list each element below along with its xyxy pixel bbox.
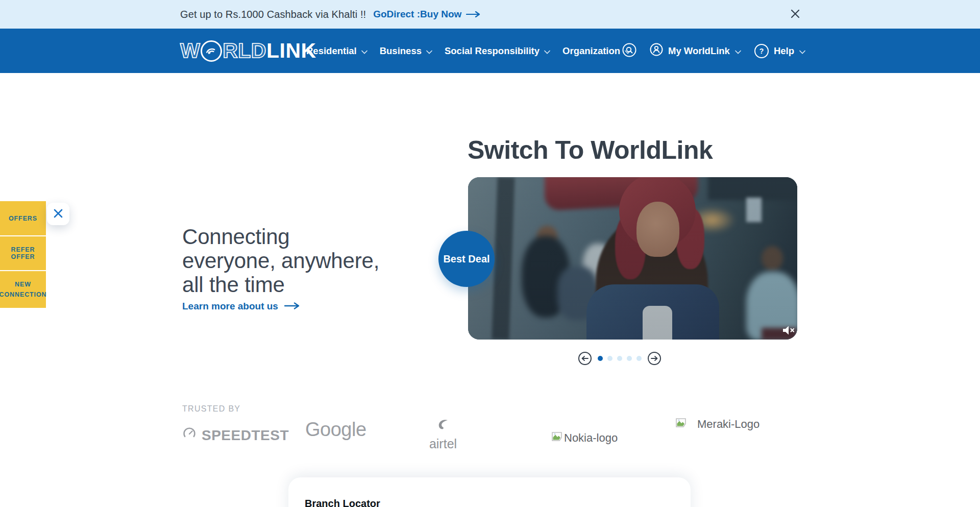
arrow-left-icon	[581, 355, 589, 363]
nav-label: Residential	[306, 45, 357, 57]
carousel-next-button[interactable]	[648, 352, 661, 365]
nokia-alt-text: Nokia-logo	[564, 431, 618, 445]
branch-locator-title: Branch Locator	[305, 498, 380, 507]
tagline-line: everyone, anywhere,	[182, 249, 379, 273]
carousel-prev-button[interactable]	[578, 352, 592, 365]
arrow-right-icon	[284, 301, 300, 312]
best-deal-badge[interactable]: Best Deal	[438, 231, 495, 287]
carousel-dot[interactable]	[598, 356, 603, 361]
airtel-wordmark: airtel	[429, 437, 457, 451]
nav-item-social-responsibility[interactable]: Social Responsibility	[445, 45, 550, 57]
branch-locator-card: Branch Locator	[288, 477, 691, 507]
tagline-line: Connecting	[182, 225, 379, 249]
wifi-icon	[201, 40, 222, 62]
close-icon	[791, 9, 800, 20]
tab-offers[interactable]: OFFERS	[0, 201, 46, 235]
learn-more-label: Learn more about us	[182, 301, 278, 312]
broken-image-icon	[551, 430, 563, 446]
promo-message: Get up to Rs.1000 Cashback via Khalti !!	[180, 9, 366, 20]
my-worldlink-label: My WorldLink	[668, 45, 730, 57]
speedtest-gauge-icon	[182, 426, 197, 444]
tab-new-connection[interactable]: NEW CONNECTION	[0, 271, 46, 308]
logo-text-rld: RLD	[223, 40, 266, 61]
logo-text-w: W	[180, 40, 200, 61]
search-button[interactable]	[622, 43, 636, 59]
banner-close-button[interactable]	[788, 7, 802, 21]
google-logo: Google	[305, 419, 366, 441]
meraki-alt-text: Meraki-Logo	[697, 418, 760, 431]
chevron-down-icon	[544, 45, 550, 57]
main-navbar: W RLD LINK Residential Business Social R…	[0, 29, 980, 73]
carousel-dots	[598, 356, 642, 361]
nav-label: Organization	[562, 45, 620, 57]
airtel-logo: airtel	[428, 418, 458, 451]
nav-item-organization[interactable]: Organization	[562, 45, 631, 57]
help-menu[interactable]: ? Help	[754, 44, 805, 58]
chevron-down-icon	[735, 45, 741, 57]
help-label: Help	[774, 45, 794, 57]
hero-heading: Switch To WorldLink	[468, 135, 713, 165]
promo-banner: Get up to Rs.1000 Cashback via Khalti !!…	[0, 0, 980, 29]
nav-label: Business	[380, 45, 422, 57]
nav-label: Social Responsibility	[445, 45, 540, 57]
navbar-utilities: My WorldLink ? Help	[622, 29, 805, 73]
speedtest-wordmark: SPEEDTEST	[202, 427, 289, 444]
chevron-down-icon	[799, 45, 805, 57]
worldlink-homepage: Get up to Rs.1000 Cashback via Khalti !!…	[0, 0, 980, 507]
worldlink-logo[interactable]: W RLD LINK	[180, 29, 316, 73]
hero-carousel-controls	[578, 352, 661, 365]
search-icon	[622, 43, 636, 59]
meraki-logo-broken-image: Meraki-Logo	[675, 417, 760, 432]
close-icon	[53, 208, 63, 220]
carousel-dot[interactable]	[607, 356, 612, 361]
airtel-swoosh-icon	[435, 418, 451, 436]
carousel-dot[interactable]	[617, 356, 622, 361]
side-offer-tabs: OFFERS REFER OFFER NEW CONNECTION	[0, 201, 46, 308]
primary-nav: Residential Business Social Responsibili…	[306, 29, 631, 73]
learn-more-link[interactable]: Learn more about us	[182, 301, 300, 312]
broken-image-icon	[675, 417, 687, 432]
nokia-logo-broken-image: Nokia-logo	[551, 430, 618, 446]
arrow-right-icon	[651, 355, 658, 363]
user-icon	[650, 43, 663, 59]
arrow-right-icon	[466, 9, 480, 20]
trusted-by-label: TRUSTED BY	[182, 404, 240, 414]
my-worldlink-menu[interactable]: My WorldLink	[650, 43, 741, 59]
carousel-dot[interactable]	[627, 356, 632, 361]
promo-cta-label: GoDirect :Buy Now	[373, 9, 461, 20]
nav-item-residential[interactable]: Residential	[306, 45, 368, 57]
carousel-dot[interactable]	[636, 356, 642, 361]
chevron-down-icon	[361, 45, 368, 57]
tagline-line: all the time	[182, 273, 379, 297]
help-glyph: ?	[760, 47, 764, 55]
hero-video-player[interactable]	[468, 177, 797, 340]
hero-tagline: Connecting everyone, anywhere, all the t…	[182, 225, 379, 297]
side-tabs-close-button[interactable]	[47, 203, 69, 225]
promo-cta-link[interactable]: GoDirect :Buy Now	[373, 9, 480, 20]
chevron-down-icon	[426, 45, 432, 57]
speedtest-logo: SPEEDTEST	[182, 426, 289, 444]
mute-button[interactable]	[773, 317, 790, 331]
tab-refer-offer[interactable]: REFER OFFER	[0, 236, 46, 270]
help-icon: ?	[754, 44, 769, 58]
nav-item-business[interactable]: Business	[380, 45, 432, 57]
